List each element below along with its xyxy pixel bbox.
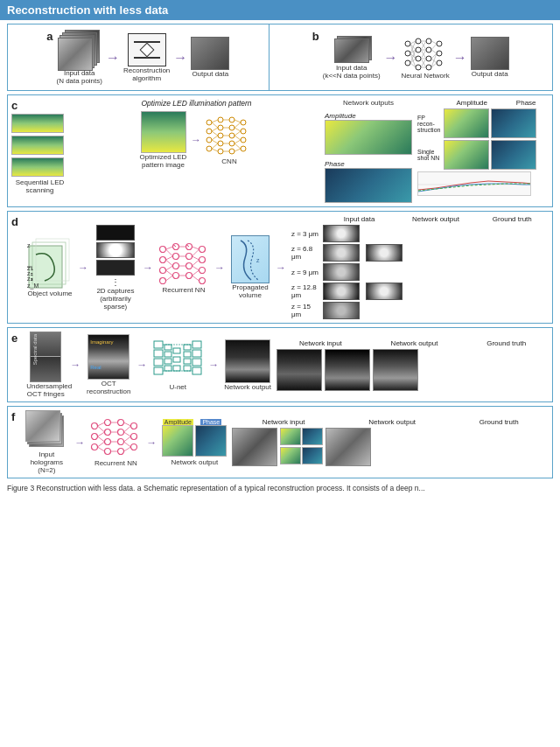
cnn-label: CNN	[221, 157, 236, 165]
e-retina1	[276, 349, 322, 391]
svg-line-73	[234, 122, 241, 128]
undersampled-label: Undersampled OCT fringes	[26, 382, 65, 398]
oct-recon-img: Imaginary Real	[88, 334, 130, 380]
f-amp-out: Amplitude	[162, 419, 193, 457]
svg-point-148	[92, 444, 98, 450]
phase-output: Phase	[325, 157, 412, 203]
f-no-amp	[280, 428, 301, 445]
svg-point-95	[172, 254, 178, 260]
svg-rect-127	[154, 359, 163, 366]
svg-point-58	[241, 146, 246, 151]
nn-label: Single shot NN	[417, 149, 442, 161]
captures-label: 2D captures (arbitrarily sparse)	[94, 287, 137, 311]
svg-line-161	[98, 426, 105, 432]
svg-line-118	[192, 249, 199, 256]
svg-line-109	[165, 260, 172, 266]
panel-a-flow: Input data(N data points) → Reconstructi…	[56, 30, 229, 85]
d-z68-img2	[366, 244, 402, 262]
e-gt-header: Ground truth	[486, 339, 526, 347]
svg-text:z: z	[256, 257, 260, 263]
rnn-svg-f	[90, 417, 141, 459]
oct-recon-wrap: Imaginary Real OCT reconstruction	[86, 334, 131, 395]
recurrent-nn-d: Recurrent NN	[158, 241, 209, 294]
d-z3-label: z = 3 μm	[291, 230, 319, 238]
svg-point-10	[426, 65, 431, 70]
svg-rect-141	[192, 350, 201, 357]
propagated-vol: z	[231, 235, 270, 283]
d-z68: z = 6.8 μm	[291, 244, 549, 262]
optimize-label: Optimize LED illumination pattern	[141, 99, 251, 108]
svg-point-41	[206, 120, 212, 125]
svg-line-174	[124, 442, 131, 447]
svg-point-93	[159, 278, 165, 284]
row-d-inner: d z z₁ z₂ z₃ z_M Object volume →	[11, 215, 549, 319]
led-img-1	[11, 114, 64, 133]
row-c: c Sequential LED scanning Optimize LED i…	[7, 94, 553, 207]
svg-point-151	[105, 439, 111, 445]
led-img-3	[11, 157, 64, 177]
led-img-2	[11, 136, 64, 155]
svg-point-53	[229, 141, 234, 146]
row-ab: a Input data(N data points) →	[7, 24, 553, 91]
e-right-grid: Network input Network output Ground trut…	[276, 339, 549, 391]
svg-point-103	[199, 257, 205, 263]
nn-amp-img	[444, 140, 489, 170]
row-f: f Input holograms (N=2) →	[7, 406, 553, 478]
f-gt-img	[326, 428, 371, 466]
row-c-inner: c Sequential LED scanning Optimize LED i…	[11, 99, 549, 203]
row-e: e Spectral data Undersampled OCT fringes…	[7, 327, 553, 402]
algo-a: Reconstructionalgorithm	[123, 33, 170, 82]
svg-point-46	[218, 125, 223, 130]
arrow-f1: →	[74, 436, 85, 449]
led-images	[11, 114, 68, 177]
e-no-header: Network output	[391, 339, 438, 347]
svg-rect-134	[173, 357, 180, 362]
output-b: Output data	[471, 37, 509, 78]
f-phase-label: Phase	[200, 419, 221, 425]
amplitude-output-label: Amplitude	[325, 112, 356, 120]
d-input-label: Input data	[323, 215, 396, 223]
e-retina-row	[276, 349, 549, 391]
svg-line-79	[234, 149, 241, 151]
f-outputs: Amplitude Phase	[162, 419, 227, 457]
d-netout-label: Network output	[399, 215, 472, 223]
svg-line-61	[212, 128, 218, 131]
cnn-icon-wrap: CNN	[205, 115, 254, 165]
svg-rect-140	[192, 341, 201, 348]
svg-rect-139	[184, 366, 191, 371]
propagated-wrap: z Propagated volume	[230, 235, 270, 299]
nn-b: Neural Network	[402, 35, 450, 80]
svg-point-99	[186, 254, 192, 260]
comparison-headers: Amplitude Phase	[417, 99, 549, 107]
arrow-d1: →	[78, 262, 88, 274]
svg-rect-131	[164, 359, 172, 364]
svg-point-8	[426, 47, 431, 52]
chart-area	[417, 171, 531, 196]
optimized-img	[141, 111, 186, 153]
arrow-e3: →	[208, 359, 219, 371]
fp-phase-img	[491, 108, 536, 138]
svg-text:z: z	[27, 242, 31, 248]
captures-stack: ⋮	[96, 225, 135, 287]
svg-point-11	[437, 41, 442, 46]
svg-point-102	[199, 247, 205, 253]
hologram-stack	[25, 410, 67, 450]
arrow-b2: →	[453, 50, 467, 66]
fp-label: FP recon-struction	[417, 115, 442, 133]
svg-line-122	[192, 270, 199, 276]
rnn-f-wrap: Recurrent NN	[90, 417, 141, 467]
svg-line-162	[98, 432, 105, 436]
f-no-amp-phase	[280, 428, 323, 466]
svg-point-48	[218, 141, 223, 146]
svg-rect-133	[173, 348, 180, 353]
spectral-spatial-box: Spectral data	[30, 332, 61, 382]
svg-point-13	[437, 60, 442, 66]
svg-point-157	[131, 423, 137, 429]
svg-line-72	[234, 120, 241, 122]
svg-rect-125	[154, 341, 163, 348]
d-z128-label: z = 12.8 μm	[291, 283, 319, 299]
e-netout-label: Network output	[224, 383, 271, 391]
svg-point-104	[199, 268, 205, 274]
svg-point-56	[241, 129, 246, 134]
svg-point-96	[172, 263, 178, 269]
